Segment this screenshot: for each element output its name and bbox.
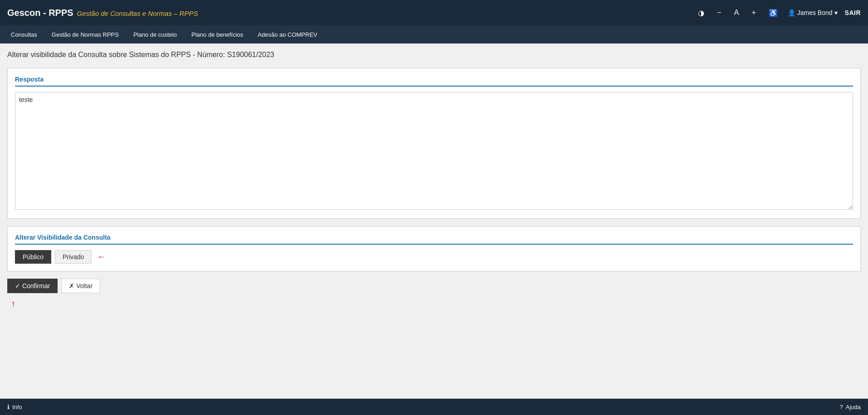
header-controls: ◑ − A + ♿ 👤 James Bond ▾ SAIR: [695, 7, 861, 19]
info-icon: ℹ: [7, 404, 10, 410]
user-dropdown-icon: ▾: [834, 9, 838, 16]
voltar-button[interactable]: ✗ Voltar: [61, 279, 100, 293]
resposta-section-title: Resposta: [15, 76, 853, 87]
nav-item-gestao-normas[interactable]: Gestão de Normas RPPS: [44, 25, 126, 43]
font-increase-button[interactable]: +: [749, 7, 758, 19]
nav-item-plano-beneficios[interactable]: Plano de benefícios: [184, 25, 250, 43]
publico-button[interactable]: Público: [15, 250, 51, 264]
confirmar-button[interactable]: ✓ Confirmar: [7, 279, 58, 293]
main-content: Alterar visibilidade da Consulta sobre S…: [0, 43, 868, 399]
nav-item-consultas[interactable]: Consultas: [4, 25, 44, 43]
accessibility-button[interactable]: ♿: [766, 7, 780, 19]
nav-item-adesao-comprev[interactable]: Adesão ao COMPREV: [250, 25, 325, 43]
arrow-right-indicator: ←: [97, 252, 105, 262]
info-label: Info: [12, 404, 22, 410]
sair-button[interactable]: SAIR: [845, 9, 861, 16]
logo-main-text: Gescon - RPPS: [7, 8, 73, 18]
contrast-button[interactable]: ◑: [695, 7, 707, 19]
visibility-card: Alterar Visibilidade da Consulta Público…: [7, 226, 861, 271]
footer-ajuda[interactable]: ? Ajuda: [840, 404, 861, 410]
footer-bar: ℹ Info ? Ajuda: [0, 399, 868, 415]
arrow-down-indicator: ↑: [11, 299, 15, 309]
header-logo: Gescon - RPPS Gestão de Consultas e Norm…: [7, 8, 695, 18]
visibility-section-title: Alterar Visibilidade da Consulta: [15, 234, 853, 245]
resposta-card: Resposta teste: [7, 68, 861, 219]
user-menu-button[interactable]: 👤 James Bond ▾: [788, 9, 838, 16]
footer-info[interactable]: ℹ Info: [7, 404, 22, 410]
ajuda-icon: ?: [840, 404, 843, 410]
resposta-textarea[interactable]: teste: [15, 92, 853, 210]
header-bar: Gescon - RPPS Gestão de Consultas e Norm…: [0, 0, 868, 25]
page-title: Alterar visibilidade da Consulta sobre S…: [7, 51, 861, 59]
visibility-toggle-group: Público Privado ←: [15, 250, 853, 264]
user-name: James Bond: [797, 9, 833, 16]
logo-sub-text: Gestão de Consultas e Normas – RPPS: [77, 10, 198, 17]
action-buttons-row: ✓ Confirmar ✗ Voltar: [7, 279, 100, 293]
action-bar: ✓ Confirmar ✗ Voltar ↑: [7, 279, 861, 309]
nav-bar: Consultas Gestão de Normas RPPS Plano de…: [0, 25, 868, 43]
nav-item-plano-custeio[interactable]: Plano de custeio: [126, 25, 184, 43]
privado-button[interactable]: Privado: [55, 250, 92, 264]
ajuda-label: Ajuda: [846, 404, 861, 410]
font-decrease-button[interactable]: −: [714, 7, 724, 19]
font-label: A: [731, 7, 742, 19]
user-icon: 👤: [788, 9, 795, 16]
